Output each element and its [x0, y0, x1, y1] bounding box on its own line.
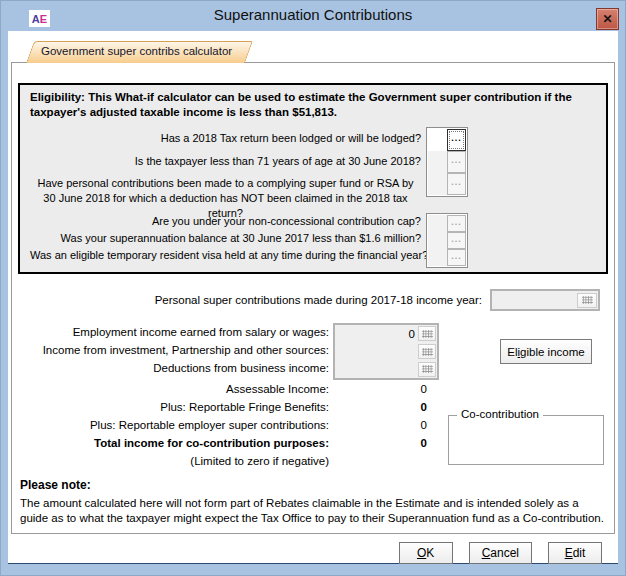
question-row: ... [428, 151, 466, 173]
title-bar: A E Superannuation Contributions ✕ [1, 1, 625, 31]
tab-label: Government super contribs calculator [41, 45, 232, 57]
summary-value: 0 [333, 380, 427, 398]
answer-field[interactable] [428, 129, 447, 151]
ellipsis-button: ... [447, 151, 466, 173]
question-label: Is the taxpayer less than 71 years of ag… [30, 150, 421, 173]
income-value: 0 [335, 328, 418, 340]
edit-button[interactable]: Edit [548, 542, 602, 564]
question-label: Was your superannuation balance at 30 Ju… [30, 230, 421, 247]
question-label: Was an eligible temporary resident visa … [30, 247, 421, 264]
cancel-button[interactable]: Cancel [469, 542, 532, 564]
ok-button[interactable]: OK [399, 542, 453, 564]
ellipsis-button[interactable]: ... [447, 129, 466, 151]
personal-super-field [490, 289, 600, 311]
income-labels: Employment income earned from salary or … [12, 323, 333, 380]
income-fields-group: 0 [333, 323, 439, 380]
question-label: Have personal contributions been made to… [30, 173, 421, 207]
summary-label: Assessable Income: [12, 380, 333, 398]
tab-government-super-contribs-calculator[interactable]: Government super contribs calculator [29, 41, 246, 63]
personal-super-row: Personal super contributions made during… [12, 289, 600, 311]
edit-label: Edit [565, 546, 586, 560]
personal-super-label: Personal super contributions made during… [12, 294, 490, 306]
ellipsis-button: ... [447, 232, 466, 249]
tab-strip: Government super contribs calculator [11, 41, 246, 63]
question-label: Has a 2018 Tax return been lodged or wil… [30, 127, 421, 150]
note-section: Please note: The amount calculated here … [20, 478, 606, 526]
grid-button [418, 326, 436, 341]
eligible-income-label: Eligible income [507, 346, 584, 358]
question-controls: ... ... ... [426, 127, 468, 197]
question-row: ... [428, 215, 466, 232]
question-row: ... [428, 232, 466, 249]
question-row: ... [428, 129, 466, 151]
summary-value: 0 [333, 398, 427, 416]
grid-icon [422, 365, 433, 373]
note-body: The amount calculated here will not form… [20, 496, 606, 526]
grid-button [577, 293, 597, 308]
income-label: Income from investment, Partnership and … [12, 341, 329, 359]
summary-value: 0 [333, 416, 427, 434]
summary-row: Assessable Income: 0 [12, 380, 614, 398]
grid-button [418, 344, 436, 359]
ellipsis-button: ... [447, 249, 466, 266]
close-icon: ✕ [602, 12, 612, 26]
co-contribution-legend: Co-contribution [457, 408, 543, 420]
co-contribution-groupbox: Co-contribution [448, 415, 604, 465]
eligibility-box: Eligibility: This What-if calculator can… [18, 83, 608, 274]
ok-label: OK [417, 546, 434, 560]
question-group-1: Has a 2018 Tax return been lodged or wil… [30, 127, 596, 207]
ellipsis-button: ... [447, 173, 466, 195]
income-label: Deductions from business income: [12, 359, 329, 377]
question-label: Are you under your non-concessional cont… [30, 213, 421, 230]
summary-label: Plus: Reportable employer super contribu… [12, 416, 333, 434]
grid-icon [422, 348, 433, 356]
income-field-row [335, 343, 437, 361]
cancel-label: Cancel [482, 546, 519, 560]
grid-icon [582, 296, 593, 304]
answer-field [428, 232, 447, 249]
income-label: Employment income earned from salary or … [12, 323, 329, 341]
grid-button [418, 362, 436, 377]
question-labels: Are you under your non-concessional cont… [30, 213, 426, 268]
question-controls: ... ... ... [426, 213, 468, 268]
summary-label: Total income for co-contribution purpose… [12, 434, 333, 452]
answer-field [428, 215, 447, 232]
summary-label: Plus: Reportable Fringe Benefits: [12, 398, 333, 416]
eligible-income-button[interactable]: Eligible income [500, 339, 592, 364]
income-field-row [335, 360, 437, 378]
dialog-body: Government super contribs calculator Eli… [8, 31, 618, 564]
answer-field [428, 173, 447, 195]
limited-note: (Limited to zero if negative) [12, 452, 333, 470]
superannuation-contributions-dialog: A E Superannuation Contributions ✕ Gover… [0, 0, 626, 576]
question-row: ... [428, 173, 466, 195]
note-heading: Please note: [20, 478, 606, 492]
window-title: Superannuation Contributions [1, 6, 625, 23]
close-button[interactable]: ✕ [596, 8, 619, 30]
eligibility-text: Eligibility: This What-if calculator can… [30, 90, 596, 120]
question-group-2: Are you under your non-concessional cont… [30, 213, 596, 268]
grid-icon [422, 330, 433, 338]
ellipsis-button: ... [447, 215, 466, 232]
income-field-row: 0 [335, 325, 437, 343]
footer-buttons: OK Cancel Edit [399, 542, 602, 564]
summary-value: 0 [333, 434, 427, 452]
calculator-page: Eligibility: This What-if calculator can… [11, 62, 615, 534]
answer-field [428, 151, 447, 173]
question-row: ... [428, 249, 466, 266]
answer-field [428, 249, 447, 266]
question-labels: Has a 2018 Tax return been lodged or wil… [30, 127, 426, 207]
